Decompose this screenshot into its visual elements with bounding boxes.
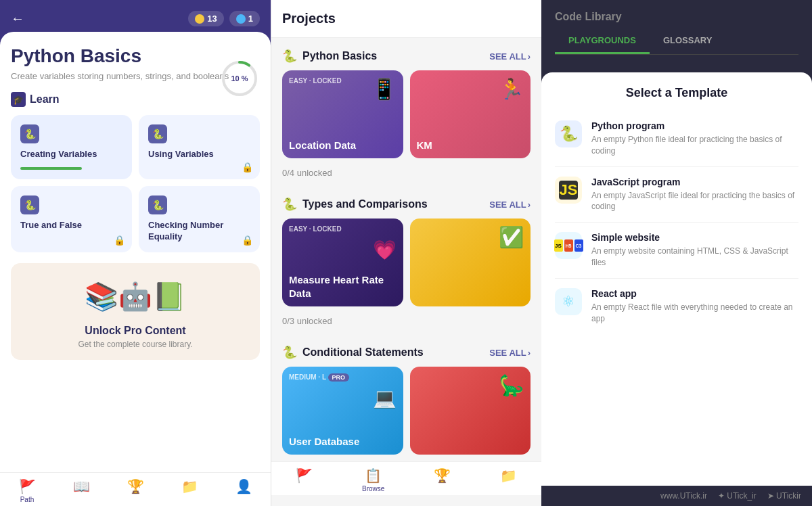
lesson-card-using-variables[interactable]: 🐍 Using Variables 🔒 xyxy=(139,115,260,179)
template-react[interactable]: ⚛ React app An empty React file with eve… xyxy=(555,279,798,334)
section-name-types: 🐍 Types and Comparisons xyxy=(282,197,428,212)
nav-folder[interactable]: 📁 xyxy=(181,478,198,503)
watermark-text-3: ➤ UTickir xyxy=(767,491,801,501)
project-location-data[interactable]: EASY · LOCKED 📱 Location Data xyxy=(282,70,403,158)
conditional-projects-grid: MEDIUM · L PRO 💻 User Database 🦕 xyxy=(271,367,541,461)
project-badge-1: EASY · LOCKED xyxy=(289,77,342,85)
see-all-types[interactable]: SEE ALL › xyxy=(489,200,531,210)
profile-icon: 👤 xyxy=(235,478,252,495)
right-header: Code Library PLAYGROUNDS GLOSSARY xyxy=(541,0,812,66)
react-icon: ⚛ xyxy=(555,288,582,315)
website-template-desc: An empty website containing HTML, CSS & … xyxy=(591,246,798,269)
nav-path[interactable]: 🚩 Path xyxy=(19,478,36,503)
mid-nav-folder[interactable]: 📁 xyxy=(500,467,517,492)
section-name-conditional: 🐍 Conditional Statements xyxy=(282,345,424,360)
progress-circle: 10 % xyxy=(219,58,260,99)
mid-nav-browse[interactable]: 📋 Browse xyxy=(362,467,384,492)
left-panel: ← 13 1 Python Basics Create variables st… xyxy=(0,0,271,506)
select-template-title: Select a Template xyxy=(555,86,798,100)
section-python-basics: 🐍 Python Basics SEE ALL › xyxy=(271,38,541,70)
website-template-info: Simple website An empty website containi… xyxy=(591,232,798,269)
progress-text: 10 % xyxy=(231,74,248,83)
tab-glossary[interactable]: GLOSSARY xyxy=(650,28,725,54)
learn-label: Learn xyxy=(30,93,60,106)
coin-count: 13 xyxy=(207,14,217,24)
left-content: Python Basics Create variables storing n… xyxy=(0,32,271,472)
path-icon: 🚩 xyxy=(19,478,36,495)
lesson-card-true-false[interactable]: 🐍 True and False 🔒 xyxy=(11,186,132,252)
python-projects-grid: EASY · LOCKED 📱 Location Data 🏃 KM xyxy=(271,70,541,165)
lock-icon-3: 🔒 xyxy=(114,235,125,246)
project-user-db[interactable]: MEDIUM · L PRO 💻 User Database xyxy=(282,367,403,455)
lock-icon-4: 🔒 xyxy=(242,235,253,246)
nav-profile[interactable]: 👤 xyxy=(235,478,252,503)
middle-bottom-nav: 🚩 📋 Browse 🏆 📁 xyxy=(271,461,541,495)
book-icon: 📖 xyxy=(73,478,90,495)
left-bottom-nav: 🚩 Path 📖 🏆 📁 👤 xyxy=(0,472,271,506)
project-heart-rate[interactable]: EASY · LOCKED 💗 Measure Heart Rate Data xyxy=(282,218,403,306)
see-all-python[interactable]: SEE ALL › xyxy=(489,51,531,62)
types-unlocked-count: 0/3 unlocked xyxy=(271,313,541,334)
middle-header: Projects xyxy=(271,0,541,38)
see-all-conditional[interactable]: SEE ALL › xyxy=(489,348,531,358)
folder-icon: 📁 xyxy=(181,478,198,495)
nav-trophy[interactable]: 🏆 xyxy=(127,478,144,503)
right-tabs: PLAYGROUNDS GLOSSARY xyxy=(555,28,798,55)
watermark-text-2: ✦ UTick_ir xyxy=(718,491,757,501)
section-name-python: 🐍 Python Basics xyxy=(282,49,377,64)
python-program-icon: 🐍 xyxy=(555,120,582,147)
learn-icon: 🎓 xyxy=(11,92,26,107)
learn-section-label: 🎓 Learn xyxy=(11,92,219,107)
lesson-card-creating-variables[interactable]: 🐍 Creating Variables xyxy=(11,115,132,179)
watermark-text-1: www.UTick.ir xyxy=(660,491,707,501)
project-title-2: KM xyxy=(417,139,432,152)
python-template-info: Python program An empty Python file idea… xyxy=(591,120,798,157)
tab-playgrounds[interactable]: PLAYGROUNDS xyxy=(555,28,650,54)
project-badge-5: MEDIUM · L PRO xyxy=(289,373,349,381)
js-template-name: JavaScript program xyxy=(591,177,798,187)
pro-badge: PRO xyxy=(328,373,350,382)
nav-path-label: Path xyxy=(20,496,35,503)
template-javascript[interactable]: JS JavaScript program An empty JavaScrip… xyxy=(555,167,798,223)
project-km[interactable]: 🏃 KM xyxy=(410,70,531,158)
header-coins: 13 1 xyxy=(188,11,260,26)
template-website[interactable]: JS H5 C3 Simple website An empty website… xyxy=(555,223,798,279)
lesson-card-number-equality[interactable]: 🐍 Checking Number Equality 🔒 xyxy=(139,186,260,252)
drop-count: 1 xyxy=(248,14,253,24)
books-illustration: 📚🤖📗 xyxy=(22,274,249,319)
project-red[interactable]: 🦕 xyxy=(410,367,531,455)
react-template-info: React app An empty React file with every… xyxy=(591,288,798,325)
react-template-desc: An empty React file with everything need… xyxy=(591,302,798,325)
watermark: www.UTick.ir ✦ UTick_ir ➤ UTickir xyxy=(541,486,812,506)
unlock-desc: Get the complete course library. xyxy=(22,340,249,349)
python-icon-3: 🐍 xyxy=(20,196,39,214)
course-header: Python Basics Create variables storing n… xyxy=(11,45,260,81)
mid-nav-trophy[interactable]: 🏆 xyxy=(434,467,451,492)
middle-panel: Projects 🐍 Python Basics SEE ALL › EASY … xyxy=(271,0,541,506)
nav-book[interactable]: 📖 xyxy=(73,478,90,503)
mid-nav-flag[interactable]: 🚩 xyxy=(296,467,313,492)
project-title-3: Measure Heart Rate Data xyxy=(289,273,403,300)
lesson-name-2: Using Variables xyxy=(148,149,250,160)
project-badge-3: EASY · LOCKED xyxy=(289,225,342,233)
project-check[interactable]: ✅ xyxy=(410,218,531,306)
coin-badge: 13 xyxy=(188,11,223,26)
trophy-icon: 🏆 xyxy=(127,478,144,495)
section-types: 🐍 Types and Comparisons SEE ALL › xyxy=(271,186,541,218)
section-conditional: 🐍 Conditional Statements SEE ALL › xyxy=(271,334,541,367)
back-button[interactable]: ← xyxy=(11,11,24,26)
unlock-banner[interactable]: 📚🤖📗 Unlock Pro Content Get the complete … xyxy=(11,263,260,360)
drop-badge: 1 xyxy=(229,11,260,26)
website-icon: JS H5 C3 xyxy=(555,232,582,259)
template-python[interactable]: 🐍 Python program An empty Python file id… xyxy=(555,111,798,167)
coin-icon xyxy=(195,14,204,24)
js-template-info: JavaScript program An empty JavaScript f… xyxy=(591,177,798,213)
python-icon-4: 🐍 xyxy=(148,196,167,214)
python-template-desc: An empty Python file ideal for practicin… xyxy=(591,134,798,157)
lesson-name-4: Checking Number Equality xyxy=(148,220,250,243)
lesson-progress-1 xyxy=(20,167,82,170)
lesson-grid: 🐍 Creating Variables 🐍 Using Variables 🔒… xyxy=(11,115,260,252)
left-header: ← 13 1 xyxy=(0,0,271,32)
project-title-5: User Database xyxy=(289,435,359,448)
lesson-name-1: Creating Variables xyxy=(20,149,122,160)
